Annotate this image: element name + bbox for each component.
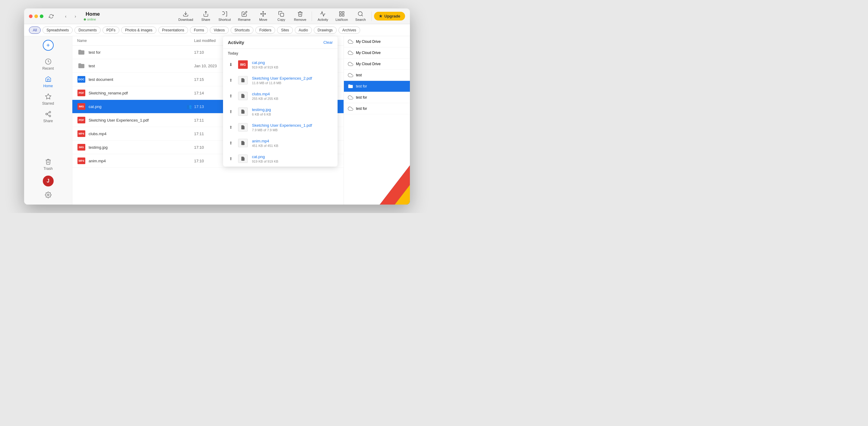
pdf-icon: PDF xyxy=(77,89,86,97)
filter-audio[interactable]: Audio xyxy=(295,27,312,34)
img-icon: IMG xyxy=(77,102,86,111)
activity-label: Activity xyxy=(318,18,328,22)
filter-videos[interactable]: Videos xyxy=(210,27,228,34)
cloud-icon xyxy=(347,94,353,101)
filter-folders[interactable]: Folders xyxy=(255,27,275,34)
filter-photos[interactable]: Photos & images xyxy=(121,27,156,34)
reload-button[interactable] xyxy=(47,12,56,21)
starred-label: Starred xyxy=(42,102,54,106)
filter-documents[interactable]: Documents xyxy=(74,27,101,34)
file-name: cat.png xyxy=(89,104,187,109)
share-icon xyxy=(44,110,52,118)
sidebar-item-share[interactable]: Share xyxy=(24,108,72,125)
search-button[interactable]: Search xyxy=(352,9,369,23)
right-panel-item[interactable]: test for xyxy=(344,103,410,114)
activity-size: 7.9 MB of 7.9 MB xyxy=(252,128,333,132)
filter-shortcuts[interactable]: Shortcuts xyxy=(230,27,254,34)
download-arrow-icon: ⬇ xyxy=(228,61,234,67)
right-panel-item[interactable]: My Cloud Drive xyxy=(344,59,410,70)
share-label: Share xyxy=(201,18,210,22)
activity-file-icon xyxy=(238,106,248,117)
filter-pdfs[interactable]: PDFs xyxy=(102,27,119,34)
toolbar-separator-1 xyxy=(312,11,312,21)
file-name: anim.mp4 xyxy=(89,159,194,163)
file-name: test for xyxy=(89,50,194,55)
cloud-icon xyxy=(347,50,353,56)
list-item[interactable]: ⬆ Sketching User Experiences_2.pdf 11.8 … xyxy=(223,73,338,88)
activity-header: Activity Clear xyxy=(223,36,338,49)
copy-button[interactable]: Copy xyxy=(273,9,290,23)
activity-button[interactable]: Activity xyxy=(314,9,331,23)
file-name: Sketching_rename.pdf xyxy=(89,91,194,95)
filter-archives[interactable]: Archives xyxy=(338,27,360,34)
copy-label: Copy xyxy=(277,18,285,22)
upgrade-button[interactable]: ★ Upgrade xyxy=(374,12,405,21)
activity-clear-button[interactable]: Clear xyxy=(323,40,333,45)
activity-filename: clubs.mp4 xyxy=(252,92,333,96)
cloud-icon xyxy=(347,106,353,112)
list-item[interactable]: ⬆ cat.png 919 KB of 919 KB xyxy=(223,151,338,167)
activity-file-icon xyxy=(238,75,248,86)
user-avatar[interactable]: J xyxy=(43,176,54,187)
star-icon xyxy=(44,93,52,100)
filterbar: All Spreadsheets Documents PDFs Photos &… xyxy=(24,24,410,36)
sidebar-item-home[interactable]: Home xyxy=(24,73,72,90)
activity-file-icon xyxy=(238,122,248,133)
activity-size: 919 KB of 919 KB xyxy=(252,65,333,69)
right-panel-item-name: test for xyxy=(356,95,367,100)
right-panel-item[interactable]: test for xyxy=(344,92,410,103)
list-item[interactable]: ⬇ IMG cat.png 919 KB of 919 KB xyxy=(223,57,338,73)
sidebar-item-recent[interactable]: Recent xyxy=(24,56,72,73)
right-panel-item[interactable]: My Cloud Drive xyxy=(344,47,410,59)
remove-button[interactable]: Remove xyxy=(291,9,309,23)
upload-arrow-icon: ⬆ xyxy=(228,109,234,115)
filter-presentations[interactable]: Presentations xyxy=(158,27,188,34)
move-button[interactable]: Move xyxy=(255,9,272,23)
sidebar: + Recent Home xyxy=(24,36,72,204)
shortcut-button[interactable]: Shortcut xyxy=(216,9,234,23)
sidebar-item-starred[interactable]: Starred xyxy=(24,90,72,108)
filter-sites[interactable]: Sites xyxy=(277,27,293,34)
close-button[interactable] xyxy=(29,15,33,18)
list-item[interactable]: ⬆ anim.mp4 451 KB of 451 KB xyxy=(223,135,338,151)
home-icon xyxy=(44,76,52,83)
right-panel-item-name: test for xyxy=(356,84,367,88)
settings-icon xyxy=(44,191,52,199)
add-button[interactable]: + xyxy=(43,40,54,51)
listicon-button[interactable]: List/Icon xyxy=(333,9,351,23)
trash-icon xyxy=(44,158,52,165)
upgrade-label: Upgrade xyxy=(384,14,400,19)
activity-panel: Activity Clear Today ⬇ IMG cat.png 919 K… xyxy=(223,36,338,167)
right-panel-item[interactable]: test xyxy=(344,70,410,81)
folder-icon xyxy=(347,83,353,89)
maximize-button[interactable] xyxy=(40,15,43,18)
minimize-button[interactable] xyxy=(34,15,38,18)
activity-filename: cat.png xyxy=(252,154,333,159)
forward-button[interactable]: › xyxy=(71,12,80,21)
activity-filename: Sketching User Experiences_2.pdf xyxy=(252,76,333,81)
activity-info: cat.png 919 KB of 919 KB xyxy=(252,60,333,69)
share-button[interactable]: Share xyxy=(197,9,214,23)
file-name: testimg.jpg xyxy=(89,145,194,150)
file-name: test xyxy=(89,64,194,68)
filter-spreadsheets[interactable]: Spreadsheets xyxy=(42,27,73,34)
rename-button[interactable]: Rename xyxy=(235,9,254,23)
toolbar-actions: Download Share Shortcut Re xyxy=(176,9,405,23)
right-panel-item[interactable]: My Cloud Drive xyxy=(344,36,410,47)
trash-label: Trash xyxy=(43,167,53,171)
sidebar-item-settings[interactable] xyxy=(24,189,72,201)
filter-all[interactable]: All xyxy=(29,27,41,34)
share-sidebar-label: Share xyxy=(43,119,53,123)
right-panel-item[interactable]: test for xyxy=(344,81,410,92)
list-item[interactable]: ⬆ Sketching User Experiences_1.pdf 7.9 M… xyxy=(223,119,338,135)
list-item[interactable]: ⬆ testimg.jpg 6 KB of 6 KB xyxy=(223,104,338,119)
svg-point-8 xyxy=(49,111,51,113)
filter-drawings[interactable]: Drawings xyxy=(314,27,337,34)
right-panel-item-name: test for xyxy=(356,107,367,111)
activity-title: Activity xyxy=(228,40,244,45)
back-button[interactable]: ‹ xyxy=(61,12,70,21)
list-item[interactable]: ⬆ clubs.mp4 255 KB of 255 KB xyxy=(223,88,338,104)
sidebar-item-trash[interactable]: Trash xyxy=(24,156,72,173)
filter-forms[interactable]: Forms xyxy=(190,27,208,34)
download-button[interactable]: Download xyxy=(176,9,196,23)
